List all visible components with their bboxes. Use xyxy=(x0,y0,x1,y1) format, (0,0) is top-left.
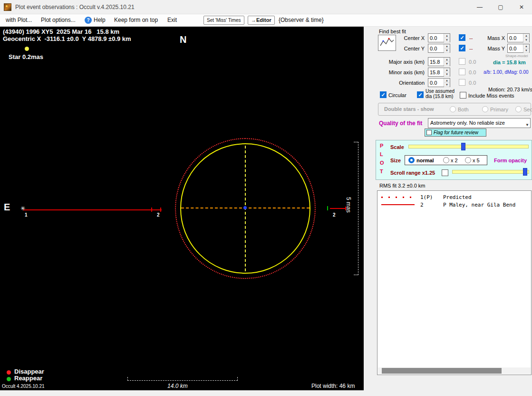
observation-row[interactable]: 2 P Maley, near Gila Bend xyxy=(377,201,531,209)
orientation-checkbox[interactable] xyxy=(459,79,465,86)
menu-keep-on-top[interactable]: Keep form on top xyxy=(114,17,158,23)
up-arrow-icon[interactable]: ▲ xyxy=(523,34,529,38)
use-assumed-label: Use assumeddia (15.8 km) xyxy=(426,89,455,99)
mass-x-spinner[interactable]: ▲▼ xyxy=(507,33,530,42)
use-assumed-checkbox[interactable]: ✓ xyxy=(417,91,424,98)
scale-slider[interactable] xyxy=(408,143,529,150)
menu-help[interactable]: Help xyxy=(94,17,106,23)
help-icon[interactable]: ? xyxy=(85,17,92,24)
menu-with-plot[interactable]: with Plot... xyxy=(6,17,32,23)
double-stars-primary-radio[interactable] xyxy=(482,106,488,112)
mass-y-label: Mass Y xyxy=(485,46,505,51)
down-arrow-icon[interactable]: ▼ xyxy=(444,38,450,42)
down-arrow-icon[interactable]: ▼ xyxy=(444,72,450,77)
size-x5-radio[interactable] xyxy=(465,157,471,163)
up-arrow-icon[interactable]: ▲ xyxy=(444,79,450,83)
minor-axis-checkbox[interactable] xyxy=(459,69,465,75)
mass-y-arrows[interactable]: ▲▼ xyxy=(523,44,529,52)
double-stars-secondary-label: Secondary xyxy=(523,107,532,112)
set-miss-times-button[interactable]: Set 'Miss' Times xyxy=(203,16,244,25)
size-x2-radio[interactable] xyxy=(443,157,449,163)
major-axis-input[interactable] xyxy=(428,58,444,66)
double-stars-secondary-radio[interactable] xyxy=(515,106,522,112)
close-button[interactable]: ✕ xyxy=(511,0,532,14)
chord1-line xyxy=(23,209,162,210)
menu-plot-options[interactable]: Plot options... xyxy=(41,17,76,23)
editor-button[interactable]: →Editor xyxy=(248,16,275,25)
major-axis-spinner[interactable]: ▲▼ xyxy=(428,57,450,66)
mass-y-spinner[interactable]: ▲▼ xyxy=(507,44,530,53)
scroll-slider-track[interactable] xyxy=(452,170,529,174)
include-miss-label: Include Miss events xyxy=(468,93,514,99)
center-y-checkbox[interactable]: ✓ xyxy=(459,45,465,51)
size-x5-label: x 5 xyxy=(473,158,480,163)
up-arrow-icon[interactable]: ▲ xyxy=(444,44,450,49)
scroll-range-label: Scroll range x1.25 xyxy=(390,170,435,176)
center-y-spinner[interactable]: ▲▼ xyxy=(428,44,450,53)
up-arrow-icon[interactable]: ▲ xyxy=(444,58,450,62)
quality-select[interactable]: Astrometry only. No reliable size ▼ xyxy=(428,118,531,128)
minor-axis-arrows[interactable]: ▲▼ xyxy=(444,68,450,76)
circular-label: Circular xyxy=(388,92,406,98)
mass-x-arrows[interactable]: ▲▼ xyxy=(523,34,529,42)
titlebar: Plot event observations : Occult v.4.202… xyxy=(0,0,532,14)
observations-listbox[interactable]: 1(P) Predicted 2 P Maley, near Gila Bend xyxy=(377,190,532,375)
double-stars-title: Double stars - show xyxy=(384,106,434,112)
circular-checkbox[interactable]: ✓ xyxy=(380,91,387,98)
orientation-aux: 0.0 xyxy=(469,80,476,86)
down-arrow-icon[interactable]: ▼ xyxy=(444,83,450,87)
flag-review-checkbox[interactable] xyxy=(426,130,432,135)
size-normal-radio[interactable] xyxy=(408,157,415,163)
orientation-input[interactable] xyxy=(428,79,444,87)
menu-exit[interactable]: Exit xyxy=(167,17,177,23)
body-center-dot xyxy=(243,206,247,209)
plot-letter-l: L xyxy=(380,151,383,157)
km-scale-label: 14.0 km xyxy=(167,383,188,389)
control-panel: Find best fit Center X ▲▼ ✓ -- Center Y … xyxy=(364,27,532,396)
orientation-arrows[interactable]: ▲▼ xyxy=(444,79,450,87)
observation-num: 1(P) xyxy=(420,194,433,200)
center-x-checkbox[interactable]: ✓ xyxy=(459,34,465,41)
major-axis-checkbox[interactable] xyxy=(459,58,465,65)
down-arrow-icon[interactable]: ▼ xyxy=(444,49,450,53)
scroll-range-checkbox[interactable] xyxy=(442,169,448,176)
center-x-arrows[interactable]: ▲▼ xyxy=(444,34,450,42)
orientation-spinner[interactable]: ▲▼ xyxy=(428,78,450,87)
scroll-slider-thumb[interactable] xyxy=(523,168,527,176)
up-arrow-icon[interactable]: ▲ xyxy=(444,34,450,38)
geocentric-coords: Geocentric X -3116.1 ±0.0 Y 4878.9 ±0.9 … xyxy=(3,35,131,42)
observer-time-label[interactable]: {Observer & time} xyxy=(279,17,324,23)
center-x-input[interactable] xyxy=(428,34,444,42)
up-arrow-icon[interactable]: ▲ xyxy=(444,68,450,72)
size-label: Size xyxy=(390,158,401,163)
observation-name: Predicted xyxy=(443,194,472,200)
mass-y-input[interactable] xyxy=(508,44,523,52)
scale-slider-thumb[interactable] xyxy=(461,143,465,150)
list-horizontal-scrollbar[interactable] xyxy=(378,367,531,374)
major-axis-arrows[interactable]: ▲▼ xyxy=(444,58,450,66)
maximize-button[interactable]: ▢ xyxy=(490,0,511,14)
include-miss-checkbox[interactable] xyxy=(460,92,466,99)
center-y-arrows[interactable]: ▲▼ xyxy=(444,44,450,52)
scroll-slider[interactable] xyxy=(452,168,529,176)
observation-row[interactable]: 1(P) Predicted xyxy=(377,194,531,201)
center-y-input[interactable] xyxy=(428,44,444,52)
down-arrow-icon[interactable]: ▼ xyxy=(523,49,529,53)
minor-axis-spinner[interactable]: ▲▼ xyxy=(428,68,450,77)
find-best-fit-button[interactable] xyxy=(378,35,396,51)
down-arrow-icon[interactable]: ▼ xyxy=(523,38,529,42)
center-x-spinner[interactable]: ▲▼ xyxy=(428,33,450,42)
center-y-suffix: -- xyxy=(469,46,473,51)
down-arrow-icon[interactable]: ▼ xyxy=(444,62,450,66)
scrollbar-thumb[interactable] xyxy=(382,368,502,374)
legend-reappear: Reappear xyxy=(14,375,42,382)
major-axis-label: Major axis (km) xyxy=(384,59,425,65)
scale-slider-track[interactable] xyxy=(408,145,529,148)
minor-axis-input[interactable] xyxy=(428,68,444,76)
minimize-button[interactable]: — xyxy=(469,0,490,14)
observed-solid-line-icon xyxy=(381,204,415,205)
north-label: N xyxy=(180,34,186,45)
double-stars-both-radio[interactable] xyxy=(450,106,456,112)
up-arrow-icon[interactable]: ▲ xyxy=(523,44,529,49)
mass-x-input[interactable] xyxy=(508,34,523,42)
